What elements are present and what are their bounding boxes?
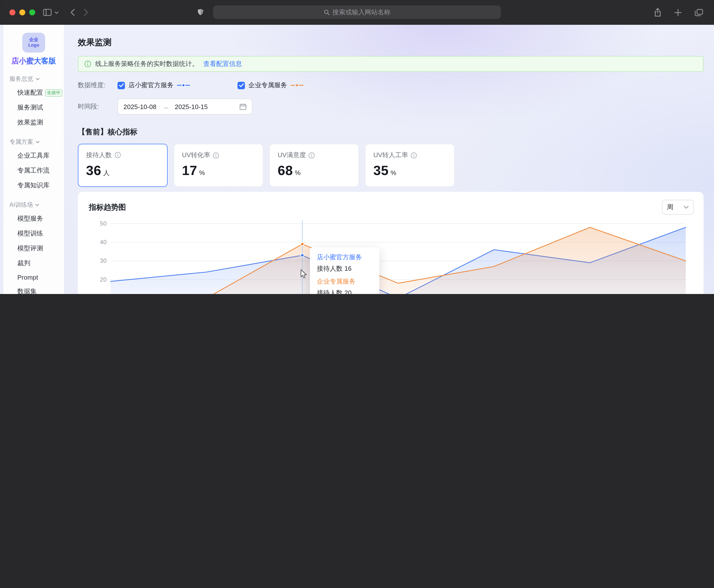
- svg-text:30: 30: [100, 257, 107, 264]
- app-logo: 企业 Logo: [22, 33, 45, 52]
- sidebar-item-dataset[interactable]: 数据集: [3, 284, 64, 294]
- presale-metric-cards: 接待人数 36人 UV转化率 17% UV满意度 68% UV转人工率: [78, 144, 704, 187]
- dimension-option-enterprise-service[interactable]: 企业专属服务: [237, 81, 303, 90]
- search-icon: [323, 9, 330, 15]
- zoom-window-button[interactable]: [29, 9, 35, 15]
- trend-chart-card-presale: 指标趋势图 周 010203040502025.10.122025.10.132…: [78, 192, 704, 294]
- sidebar: 企业 Logo 店小蜜大客版 服务总览 快速配置 生效中 服务测试: [3, 25, 64, 294]
- sidebar-item-exclusive-workflow[interactable]: 专属工作流: [3, 163, 64, 178]
- tooltip-series2-name: 企业专属服务: [317, 277, 372, 286]
- info-icon: [84, 61, 91, 67]
- trend-period-select[interactable]: 周: [662, 200, 694, 215]
- forward-icon[interactable]: [84, 9, 88, 16]
- sidebar-section-exclusive-plan[interactable]: 专属方案: [3, 138, 64, 146]
- chart-tooltip: 店小蜜官方服务 接待人数 16 企业专属服务 接待人数 20: [310, 247, 379, 294]
- checkbox-checked-icon[interactable]: [237, 82, 245, 89]
- period-label: 时间段:: [78, 102, 118, 111]
- cursor-arrow-icon: [300, 269, 309, 279]
- metric-card-presale-uv-manual-rate[interactable]: UV转人工率 35%: [365, 144, 455, 187]
- svg-text:50: 50: [100, 220, 107, 227]
- new-tab-icon[interactable]: [674, 9, 682, 16]
- sidebar-item-model-service[interactable]: 模型服务: [3, 211, 64, 226]
- sidebar-item-model-evaluation[interactable]: 模型评测: [3, 241, 64, 256]
- sidebar-toggle-icon[interactable]: [43, 9, 51, 16]
- presale-section-title: 【售前】核心指标: [78, 127, 704, 137]
- metric-card-presale-uv-conversion[interactable]: UV转化率 17%: [173, 144, 263, 187]
- info-icon: [114, 152, 121, 158]
- metric-card-presale-uv-satisfaction[interactable]: UV满意度 68%: [269, 144, 359, 187]
- sidebar-section-ai-training[interactable]: AI训练场: [3, 201, 64, 209]
- svg-text:40: 40: [100, 239, 107, 246]
- sidebar-item-judge[interactable]: 裁判: [3, 256, 64, 271]
- window-controls: [0, 9, 35, 15]
- back-icon[interactable]: [70, 9, 75, 16]
- minimize-window-button[interactable]: [19, 9, 25, 15]
- close-window-button[interactable]: [9, 9, 15, 15]
- search-placeholder: 搜索或输入网站名称: [333, 8, 391, 17]
- date-range-picker[interactable]: 2025-10-08 → 2025-10-15: [118, 99, 252, 114]
- info-icon: [213, 152, 219, 159]
- tab-overview-icon[interactable]: [695, 9, 703, 16]
- info-banner: 线上服务策略任务的实时数据统计。 查看配置信息: [78, 56, 704, 72]
- app-area: 企业 Logo 店小蜜大客版 服务总览 快速配置 生效中 服务测试: [0, 25, 714, 294]
- share-icon[interactable]: [654, 8, 662, 17]
- tooltip-series1-name: 店小蜜官方服务: [317, 253, 372, 261]
- sidebar-item-effect-monitor[interactable]: 效果监测: [3, 115, 64, 130]
- svg-text:20: 20: [100, 276, 107, 283]
- banner-text: 线上服务策略任务的实时数据统计。: [95, 60, 198, 68]
- chevron-down-icon: [36, 141, 40, 143]
- tooltip-series1-value: 接待人数 16: [317, 264, 372, 273]
- date-end: 2025-10-15: [175, 103, 208, 110]
- view-config-link[interactable]: 查看配置信息: [203, 60, 242, 68]
- trend-chart-presale[interactable]: 010203040502025.10.122025.10.132025.10.1…: [88, 218, 694, 294]
- app-title: 店小蜜大客版: [3, 57, 64, 66]
- chevron-down-icon[interactable]: [55, 11, 59, 14]
- period-filter-row: 时间段: 2025-10-08 → 2025-10-15: [78, 99, 704, 114]
- browser-chrome: 搜索或输入网站名称: [0, 0, 714, 25]
- sidebar-item-prompt[interactable]: Prompt: [3, 271, 64, 284]
- sidebar-item-model-training[interactable]: 模型训练: [3, 226, 64, 241]
- chevron-down-icon: [36, 78, 40, 80]
- metric-card-presale-reception[interactable]: 接待人数 36人: [78, 144, 168, 187]
- dimension-label: 数据维度:: [78, 81, 118, 90]
- page-title: 效果监测: [78, 37, 704, 48]
- status-badge: 生效中: [45, 89, 62, 97]
- arrow-right-icon: →: [162, 103, 169, 110]
- dimension-filter-row: 数据维度: 店小蜜官方服务 企业专属服务: [78, 81, 704, 90]
- tooltip-series2-value: 接待人数 20: [317, 288, 372, 294]
- browser-window: 搜索或输入网站名称 企业 Logo 店小蜜大客版: [0, 0, 714, 294]
- browser-toolbar-right: [654, 8, 714, 17]
- date-start: 2025-10-08: [124, 103, 156, 110]
- info-icon: [411, 152, 417, 159]
- calendar-icon: [239, 103, 247, 110]
- info-icon: [309, 152, 315, 159]
- main-content: 效果监测 线上服务策略任务的实时数据统计。 查看配置信息 数据维度: 店小蜜官方…: [64, 25, 714, 294]
- chevron-down-icon: [684, 206, 689, 209]
- sidebar-item-quick-config[interactable]: 快速配置 生效中: [3, 85, 64, 100]
- sidebar-item-enterprise-toolkit[interactable]: 企业工具库: [3, 148, 64, 163]
- browser-search-field[interactable]: 搜索或输入网站名称: [213, 5, 501, 19]
- checkbox-checked-icon[interactable]: [118, 82, 125, 89]
- sidebar-nav: 服务总览 快速配置 生效中 服务测试 效果监测: [3, 66, 64, 294]
- trend-chart-title: 指标趋势图: [89, 203, 126, 212]
- legend-dash-dot-blue-icon: [177, 84, 190, 87]
- privacy-shield-icon[interactable]: [197, 8, 204, 16]
- dimension-option-official-service[interactable]: 店小蜜官方服务: [118, 81, 190, 90]
- chevron-down-icon: [36, 204, 39, 206]
- sidebar-item-exclusive-knowledge[interactable]: 专属知识库: [3, 178, 64, 193]
- legend-dash-dot-orange-icon: [291, 84, 303, 87]
- sidebar-item-service-test[interactable]: 服务测试: [3, 100, 64, 115]
- sidebar-section-service-overview[interactable]: 服务总览: [3, 75, 64, 83]
